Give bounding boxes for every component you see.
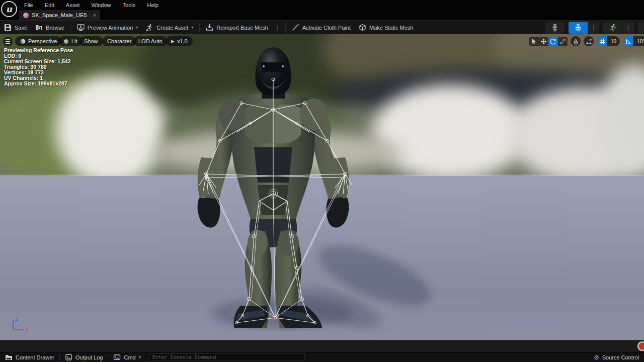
cloth-paint-brush-icon xyxy=(292,24,299,31)
menu-tools[interactable]: Tools xyxy=(118,0,141,10)
skeleton-icon xyxy=(550,23,559,32)
tab-title: SK_Space_Male_UE5 xyxy=(32,12,87,18)
select-tool-button[interactable] xyxy=(529,37,539,46)
static-mesh-cube-icon xyxy=(359,24,366,31)
translate-tool-button[interactable] xyxy=(539,37,548,46)
scale-icon xyxy=(559,38,566,45)
mesh-mode-options[interactable]: ⋮ xyxy=(588,22,599,34)
save-icon xyxy=(4,24,12,31)
bottom-panel-strip xyxy=(0,340,644,352)
move-icon xyxy=(540,38,547,45)
lit-sphere-icon xyxy=(63,39,69,44)
root-bone-marker xyxy=(274,317,277,319)
axis-x-label: X xyxy=(26,327,29,332)
chevron-down-icon: ▾ xyxy=(191,25,193,30)
animation-mode-options[interactable]: ⋮ xyxy=(623,22,634,34)
show-menu-button[interactable]: Show xyxy=(79,36,103,46)
perspective-cube-icon xyxy=(20,39,26,44)
toolbar-separator xyxy=(70,23,71,33)
menu-asset[interactable]: Asset xyxy=(61,0,85,10)
node-graph-icon xyxy=(586,38,592,45)
axis-gizmo: Z X xyxy=(9,316,39,338)
scale-tool-button[interactable] xyxy=(558,37,568,46)
character-menu-button[interactable]: Character xyxy=(102,36,136,46)
console-command-input[interactable] xyxy=(149,353,305,361)
content-drawer-button[interactable]: Content Drawer xyxy=(0,352,59,362)
viewport-stats-overlay: Previewing Reference Pose LOD: 0 Current… xyxy=(4,48,73,86)
browse-folder-icon xyxy=(35,24,43,31)
content-drawer-icon xyxy=(5,353,13,361)
play-icon: ▶ xyxy=(171,39,175,44)
reimport-icon xyxy=(206,24,213,31)
physics-editor-mode-button[interactable] xyxy=(638,22,644,34)
save-button[interactable]: Save xyxy=(0,22,31,33)
asset-toolbar: Save Browse Preview Animation ▾ Create A… xyxy=(0,20,644,34)
animation-runner-icon xyxy=(608,23,617,32)
rotate-icon xyxy=(550,38,556,45)
dots-icon: ⋮ xyxy=(588,24,599,31)
snapping-options-button[interactable] xyxy=(584,36,594,46)
tab-bar: SK_Space_Male_UE5 × xyxy=(0,10,644,20)
rotation-snap-icon xyxy=(623,36,633,46)
axis-z-label: Z xyxy=(15,317,18,322)
toolbar-separator xyxy=(285,23,286,33)
chevron-down-icon: ▾ xyxy=(136,25,138,30)
reimport-options-dots-icon[interactable]: ⋮ xyxy=(272,24,283,31)
character-skeletal-mesh[interactable] xyxy=(0,34,644,340)
reimport-base-mesh-button[interactable]: Reimport Base Mesh xyxy=(202,22,272,33)
menu-bar: File Edit Asset Window Tools Help xyxy=(0,0,644,10)
rotate-tool-button[interactable] xyxy=(548,37,558,46)
preview-animation-button[interactable]: Preview Animation ▾ xyxy=(73,22,142,33)
menu-help[interactable]: Help xyxy=(142,0,164,10)
skeleton-editor-mode-button[interactable] xyxy=(545,22,565,34)
make-static-mesh-button[interactable]: Make Static Mesh xyxy=(355,22,417,33)
skeletal-mesh-editor-mode-button[interactable] xyxy=(569,22,588,34)
dots-icon: ⋮ xyxy=(623,24,634,31)
tab-close-icon[interactable]: × xyxy=(93,12,96,18)
menu-file[interactable]: File xyxy=(19,0,38,10)
grid-snap-value[interactable]: 10 xyxy=(607,36,620,46)
preview-animation-icon xyxy=(77,24,85,31)
activate-cloth-paint-button[interactable]: Activate Cloth Paint xyxy=(288,22,355,33)
output-log-icon xyxy=(65,353,72,361)
rotation-snap-value[interactable]: 10° xyxy=(633,36,644,46)
grid-snap-icon xyxy=(597,36,607,46)
status-bar: Content Drawer Output Log Cmd ▾ ⊘ Source… xyxy=(0,352,644,362)
coordinate-space-button[interactable] xyxy=(571,36,581,46)
viewport-toolbar: Perspective Lit Show Character LOD Auto … xyxy=(0,36,644,47)
source-control-button[interactable]: ⊘ Source Control xyxy=(589,352,644,362)
source-control-disabled-icon: ⊘ xyxy=(594,354,599,361)
3d-viewport[interactable]: Perspective Lit Show Character LOD Auto … xyxy=(0,34,644,340)
chevron-down-icon: ▾ xyxy=(139,355,141,359)
notification-circle-icon[interactable] xyxy=(637,341,644,351)
menu-edit[interactable]: Edit xyxy=(40,0,59,10)
lod-auto-button[interactable]: LOD Auto xyxy=(133,36,168,46)
perspective-button[interactable]: Perspective xyxy=(15,36,62,46)
unreal-engine-logo-icon[interactable]: u xyxy=(1,1,17,17)
browse-button[interactable]: Browse xyxy=(31,22,68,33)
cmd-selector[interactable]: Cmd ▾ xyxy=(108,352,145,362)
playback-speed-button[interactable]: ▶ x1,0 xyxy=(166,36,193,46)
skeletal-mesh-icon xyxy=(574,23,583,32)
toolbar-separator xyxy=(199,23,200,33)
console-icon xyxy=(113,353,121,361)
create-asset-icon xyxy=(146,24,153,31)
create-asset-button[interactable]: Create Asset ▾ xyxy=(142,22,197,33)
select-arrow-icon xyxy=(531,38,537,45)
stats-approx-size: Approx Size: 199x81x287 xyxy=(4,81,73,86)
gizmo-pyramid-icon xyxy=(573,38,579,45)
tab-sk-space-male-ue5[interactable]: SK_Space_Male_UE5 × xyxy=(19,10,100,20)
grid-snap-control[interactable]: 10 xyxy=(597,36,620,46)
rotation-snap-control[interactable]: 10° xyxy=(623,36,644,46)
menu-window[interactable]: Window xyxy=(86,0,116,10)
animation-editor-mode-button[interactable] xyxy=(603,22,622,34)
viewport-menu-icon[interactable] xyxy=(3,37,13,46)
skeletal-mesh-asset-icon xyxy=(23,13,29,18)
output-log-button[interactable]: Output Log xyxy=(60,352,108,362)
